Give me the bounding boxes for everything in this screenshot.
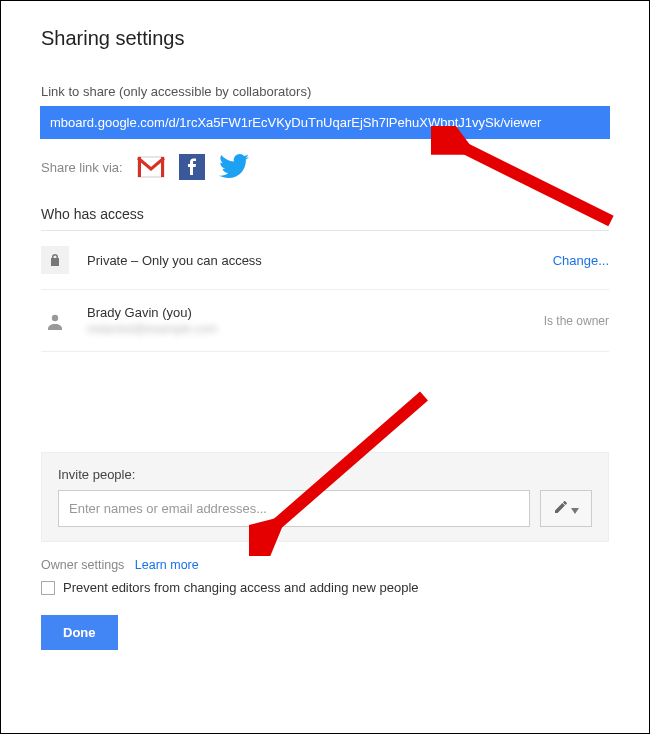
- done-button[interactable]: Done: [41, 615, 118, 650]
- pencil-icon: [554, 500, 568, 518]
- chevron-down-icon: [571, 500, 579, 518]
- share-via-label: Share link via:: [41, 160, 123, 175]
- invite-input[interactable]: [58, 490, 530, 527]
- facebook-icon[interactable]: [179, 154, 205, 180]
- invite-panel: Invite people:: [41, 452, 609, 542]
- owner-name-block: Brady Gavin (you) redacted@example.com: [87, 305, 544, 336]
- svg-point-4: [52, 314, 58, 320]
- learn-more-link[interactable]: Learn more: [135, 558, 199, 572]
- prevent-editors-checkbox[interactable]: [41, 581, 55, 595]
- person-icon: [41, 307, 69, 335]
- invite-heading: Invite people:: [58, 467, 592, 482]
- prevent-editors-row: Prevent editors from changing access and…: [41, 580, 609, 595]
- twitter-icon[interactable]: [219, 154, 249, 180]
- share-via-row: Share link via:: [41, 154, 609, 180]
- svg-rect-2: [161, 157, 164, 177]
- lock-icon: [41, 246, 69, 274]
- dialog-title: Sharing settings: [41, 27, 609, 50]
- svg-rect-1: [138, 157, 141, 177]
- privacy-text: Private – Only you can access: [87, 253, 553, 268]
- access-row-privacy: Private – Only you can access Change...: [41, 231, 609, 290]
- share-url-input[interactable]: mboard.google.com/d/1rcXa5FW1rEcVKyDuTnU…: [41, 107, 609, 138]
- permission-dropdown-button[interactable]: [540, 490, 592, 527]
- link-to-share-label: Link to share (only accessible by collab…: [41, 84, 609, 99]
- owner-name: Brady Gavin (you): [87, 305, 544, 320]
- owner-settings-row: Owner settings Learn more: [41, 558, 609, 572]
- change-link[interactable]: Change...: [553, 253, 609, 268]
- owner-email: redacted@example.com: [87, 322, 544, 336]
- sharing-settings-dialog: Sharing settings Link to share (only acc…: [0, 0, 650, 734]
- gmail-icon[interactable]: [137, 156, 165, 178]
- prevent-editors-label: Prevent editors from changing access and…: [63, 580, 419, 595]
- owner-settings-label: Owner settings: [41, 558, 124, 572]
- owner-role-label: Is the owner: [544, 314, 609, 328]
- access-row-owner: Brady Gavin (you) redacted@example.com I…: [41, 290, 609, 352]
- who-has-access-heading: Who has access: [41, 206, 609, 231]
